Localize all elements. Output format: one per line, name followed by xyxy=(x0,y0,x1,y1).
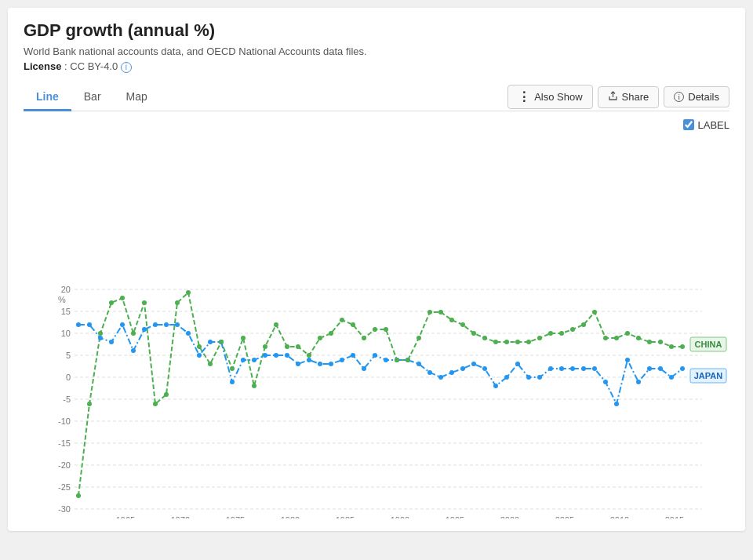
tab-map[interactable]: Map xyxy=(114,84,160,111)
y-axis-label: % xyxy=(58,295,66,304)
svg-text:2000: 2000 xyxy=(500,515,519,518)
svg-point-100 xyxy=(197,344,202,349)
svg-point-99 xyxy=(186,290,191,295)
svg-point-44 xyxy=(197,353,202,358)
toolbar-buttons: ⋮ Also Show Share i Details xyxy=(507,85,729,109)
svg-point-122 xyxy=(438,310,443,315)
svg-point-43 xyxy=(186,331,191,336)
svg-point-61 xyxy=(384,358,388,362)
japan-label: JAPAN xyxy=(694,371,723,380)
svg-point-120 xyxy=(417,336,421,340)
details-button[interactable]: i Details xyxy=(664,86,729,107)
svg-point-87 xyxy=(669,375,674,380)
svg-point-54 xyxy=(307,358,311,362)
svg-point-65 xyxy=(427,370,432,375)
license-label: License xyxy=(24,60,61,72)
svg-text:-25: -25 xyxy=(58,482,71,492)
svg-point-89 xyxy=(76,493,81,498)
svg-text:1975: 1975 xyxy=(226,515,245,518)
label-checkbox[interactable] xyxy=(683,119,694,130)
also-show-button[interactable]: ⋮ Also Show xyxy=(507,85,592,109)
tab-bar[interactable]: Bar xyxy=(71,84,114,111)
svg-point-59 xyxy=(362,366,366,371)
chart-svg: .grid-line { stroke: #ddd; stroke-width:… xyxy=(24,134,729,518)
svg-point-69 xyxy=(471,362,476,366)
svg-point-50 xyxy=(263,353,267,358)
china-dots xyxy=(76,290,685,498)
chart-area: LABEL .grid-line { stroke: #ddd; stroke-… xyxy=(24,119,729,518)
svg-point-134 xyxy=(570,327,575,332)
svg-point-64 xyxy=(417,362,421,366)
svg-point-56 xyxy=(329,362,333,366)
svg-point-37 xyxy=(120,322,125,327)
svg-point-40 xyxy=(153,322,158,327)
svg-point-116 xyxy=(373,327,377,332)
svg-point-126 xyxy=(482,336,487,340)
svg-point-125 xyxy=(471,331,476,336)
svg-point-106 xyxy=(263,344,267,349)
svg-point-84 xyxy=(636,380,641,384)
svg-text:-20: -20 xyxy=(58,460,71,470)
svg-point-81 xyxy=(603,380,608,384)
also-show-label: Also Show xyxy=(534,91,582,103)
svg-point-104 xyxy=(241,336,246,340)
svg-point-75 xyxy=(537,375,542,380)
svg-point-118 xyxy=(395,358,399,362)
svg-point-130 xyxy=(526,340,531,344)
china-label: CHINA xyxy=(695,340,722,349)
info-icon[interactable]: i xyxy=(121,62,132,73)
svg-point-77 xyxy=(559,366,564,371)
svg-point-114 xyxy=(351,322,355,327)
svg-point-117 xyxy=(384,327,388,332)
japan-line xyxy=(78,325,682,404)
svg-point-76 xyxy=(548,366,553,371)
svg-point-41 xyxy=(164,322,169,327)
label-toggle-row: LABEL xyxy=(24,119,729,131)
svg-point-101 xyxy=(208,362,213,366)
svg-point-33 xyxy=(76,322,81,327)
svg-point-80 xyxy=(592,366,597,371)
svg-point-73 xyxy=(515,362,520,366)
svg-point-82 xyxy=(614,402,619,406)
svg-point-144 xyxy=(680,344,685,349)
svg-text:15: 15 xyxy=(61,307,71,316)
svg-point-97 xyxy=(164,392,169,397)
svg-point-115 xyxy=(362,336,366,340)
svg-point-128 xyxy=(504,340,509,344)
svg-text:0: 0 xyxy=(66,373,71,382)
svg-point-78 xyxy=(570,366,575,371)
svg-point-39 xyxy=(142,327,147,332)
svg-text:2010: 2010 xyxy=(610,515,629,518)
svg-point-132 xyxy=(548,331,553,336)
svg-point-90 xyxy=(87,402,92,406)
svg-point-60 xyxy=(373,353,377,358)
svg-point-102 xyxy=(219,340,224,344)
svg-point-66 xyxy=(438,375,443,380)
label-toggle-text: LABEL xyxy=(698,119,729,131)
svg-point-138 xyxy=(614,336,619,340)
svg-text:1995: 1995 xyxy=(446,515,464,518)
svg-point-129 xyxy=(515,340,520,344)
svg-point-51 xyxy=(274,353,278,358)
svg-point-107 xyxy=(274,322,278,327)
svg-point-140 xyxy=(636,336,641,340)
svg-point-109 xyxy=(296,344,300,349)
svg-point-68 xyxy=(460,366,465,371)
svg-point-35 xyxy=(98,336,103,340)
svg-point-36 xyxy=(109,340,114,344)
svg-point-135 xyxy=(581,322,586,327)
tab-line[interactable]: Line xyxy=(24,84,71,111)
svg-point-83 xyxy=(625,358,630,362)
also-show-icon: ⋮ xyxy=(518,89,530,104)
svg-text:20: 20 xyxy=(61,285,71,294)
svg-point-127 xyxy=(493,340,498,344)
share-button[interactable]: Share xyxy=(598,86,660,108)
share-icon xyxy=(608,91,618,104)
svg-point-86 xyxy=(658,366,663,371)
svg-point-137 xyxy=(603,336,608,340)
svg-point-141 xyxy=(647,340,652,344)
svg-text:-10: -10 xyxy=(58,416,71,426)
svg-point-58 xyxy=(351,353,355,358)
svg-point-96 xyxy=(153,402,158,406)
svg-point-98 xyxy=(175,300,180,305)
